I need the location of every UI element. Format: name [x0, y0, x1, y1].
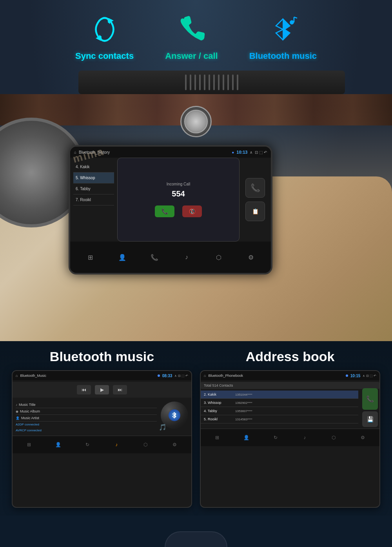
phonebook-total: Total 514 Contacts — [201, 382, 379, 389]
disc-center — [169, 409, 180, 421]
bluetooth-icon — [171, 412, 178, 419]
contact-number-4: 1314583**** — [235, 418, 355, 421]
screen-right-panel: 📞 📋 — [240, 158, 271, 242]
screen-time: 10:13 — [236, 150, 247, 154]
prev-track-button[interactable]: ⏮ — [77, 385, 91, 394]
bottom-section: Bluetooth music ⌂ Bluetooth_Music 08:33 … — [0, 341, 392, 547]
music-nav-user[interactable]: 👤 — [54, 440, 62, 449]
vent-slot — [190, 75, 191, 90]
music-screen-status: ⌂ Bluetooth_Music 08:33 ∧ ⊡ ⬚ ↶ — [13, 371, 191, 380]
car-screen-container: ⌂ Bluetooth_History ● 10:13 ∧ ⊡ ⬚ ↶ 4. K… — [69, 145, 272, 274]
screen-contact-3[interactable]: 6. Tabby — [73, 184, 114, 194]
music-dot — [158, 374, 160, 377]
screen-up-icon: ∧ — [250, 150, 252, 154]
music-home-icon: ⌂ — [16, 374, 18, 378]
screen-left-panel: 4. Kakik 5. Whissop 6. Tabby 7. — [70, 158, 117, 242]
svg-point-2 — [290, 20, 294, 25]
call-number: 554 — [172, 189, 185, 198]
device-bottom — [0, 516, 392, 547]
music-artist-text: Music Artist — [21, 416, 39, 420]
music-screen-title: Bluetooth_Music — [20, 374, 155, 378]
vent-slot — [213, 75, 215, 90]
phonebook-nav-grid[interactable]: ⊞ — [213, 433, 221, 442]
vent-slot — [237, 75, 238, 90]
feature-sync: Sync contacts — [75, 12, 134, 61]
vent-slot — [223, 75, 224, 90]
music-disc-icon: ◉ — [16, 410, 18, 413]
contact-buttons-col: 📞 💾 — [358, 391, 379, 429]
phonebook-nav-settings[interactable]: ⚙ — [359, 433, 367, 442]
screen-dot: ● — [232, 150, 234, 154]
screen-contact-button[interactable]: 📋 — [245, 202, 265, 221]
music-album-text: Music Album — [20, 409, 40, 413]
nav-phone-icon[interactable]: 📞 — [149, 251, 160, 263]
feature-answer: Answer / call — [165, 12, 218, 61]
contact-num-name-1: 2. Kakik — [204, 393, 235, 396]
phonebook-nav-music[interactable]: ♪ — [300, 433, 309, 442]
contact-num: 4. — [76, 165, 79, 169]
nav-grid-icon[interactable]: ⊞ — [84, 251, 96, 263]
phonebook-screen-status: ⌂ Bluetooth_Phonebook 10:15 ∧ ⊡ ⬚ ↶ — [201, 371, 379, 380]
phonebook-nav-sync[interactable]: ↻ — [271, 433, 280, 442]
phonebook-row-3[interactable]: 4. Tabby 1353607**** — [201, 407, 358, 415]
contact-num: 7. — [76, 198, 79, 202]
decline-call-button[interactable]: 📵 — [182, 205, 202, 217]
phonebook-screen-nav: ⊞ 👤 ↻ ♪ ⬡ ⚙ — [201, 429, 379, 446]
phonebook-call-button[interactable]: 📞 — [362, 388, 378, 410]
music-person-icon: 👤 — [16, 416, 20, 420]
music-nav-settings[interactable]: ⚙ — [171, 440, 179, 449]
phonebook-row-1[interactable]: 2. Kakik 1351044**** — [201, 391, 358, 399]
contact-number-3: 1353607**** — [235, 409, 355, 413]
bluetooth-music-panel: Bluetooth music ⌂ Bluetooth_Music 08:33 … — [12, 349, 192, 508]
contact-number-2: 1392902**** — [235, 401, 355, 405]
music-controls: ⏮ ▶ ⏭ — [13, 382, 191, 398]
screen-contact-4[interactable]: 7. Rooikl — [73, 194, 114, 205]
nav-music-icon[interactable]: ♪ — [181, 251, 192, 263]
music-album-line: ◉ Music Album — [16, 408, 157, 415]
music-note-icon: ♪ — [16, 403, 17, 407]
nav-link-icon[interactable]: ⬡ — [213, 251, 225, 263]
music-text-col: ♪ Music Title ◉ Music Album 👤 Music Arti… — [16, 402, 157, 433]
phone-icon — [174, 12, 209, 47]
answer-call-button[interactable]: 📞 — [155, 205, 174, 217]
center-clock — [180, 106, 212, 137]
phonebook-nav-user[interactable]: 👤 — [242, 433, 250, 442]
contact-name: Tabby — [80, 187, 91, 191]
music-title-line: ♪ Music Title — [16, 402, 157, 408]
contact-num: 6. — [76, 187, 79, 191]
contact-name: Whissop — [80, 176, 95, 180]
music-screen-nav: ⊞ 👤 ↻ ♪ ⬡ ⚙ — [13, 436, 191, 453]
nav-settings-icon[interactable]: ⚙ — [245, 251, 257, 263]
music-nav-icons: ∧ ⊡ ⬚ ↶ — [174, 374, 188, 378]
music-nav-sync[interactable]: ↻ — [83, 440, 92, 449]
play-button[interactable]: ▶ — [95, 385, 109, 394]
vent-slot — [232, 75, 234, 90]
vent-slot — [209, 75, 210, 90]
music-nav-link[interactable]: ⬡ — [141, 440, 150, 449]
sync-label: Sync contacts — [75, 51, 134, 61]
car-screen: ⌂ Bluetooth_History ● 10:13 ∧ ⊡ ⬚ ↶ 4. K… — [70, 147, 271, 273]
music-nav-music[interactable]: ♪ — [112, 440, 121, 449]
screen-bottom-bar: ⊞ 👤 📞 ♪ ⬡ ⚙ — [70, 242, 271, 273]
phonebook-row-2[interactable]: 3. Whissop 1392902**** — [201, 399, 358, 407]
next-track-button[interactable]: ⏭ — [113, 385, 127, 394]
sync-icon — [87, 12, 122, 47]
vent-slot — [185, 75, 187, 90]
phonebook-time: 10:15 — [350, 374, 361, 378]
screen-call-button[interactable]: 📞 — [245, 178, 265, 198]
phonebook-nav-link[interactable]: ⬡ — [329, 433, 338, 442]
music-nav-grid[interactable]: ⊞ — [25, 440, 33, 449]
phonebook-save-button[interactable]: 💾 — [362, 411, 378, 427]
nav-user-icon[interactable]: 👤 — [116, 251, 128, 263]
phonebook-row-4[interactable]: 5. Rooikl 1314583**** — [201, 415, 358, 423]
music-note-overlay: 🎵 — [159, 423, 167, 431]
phonebook-screen-title: Bluetooth_Phonebook — [208, 374, 343, 378]
music-artist-line: 👤 Music Artist — [16, 415, 157, 422]
bluetooth-music-screen: ⌂ Bluetooth_Music 08:33 ∧ ⊡ ⬚ ↶ ⏮ ▶ ⏭ — [12, 370, 192, 508]
main-container: Sync contacts Answer / call — [0, 0, 392, 547]
feature-icons-row: Sync contacts Answer / call — [0, 8, 392, 65]
screen-contact-2[interactable]: 5. Whissop — [73, 173, 114, 184]
contact-num-name-4: 5. Rooikl — [204, 417, 235, 421]
answer-label: Answer / call — [165, 51, 218, 61]
contact-list-col: 2. Kakik 1351044**** 3. Whissop 1392902*… — [201, 391, 358, 429]
